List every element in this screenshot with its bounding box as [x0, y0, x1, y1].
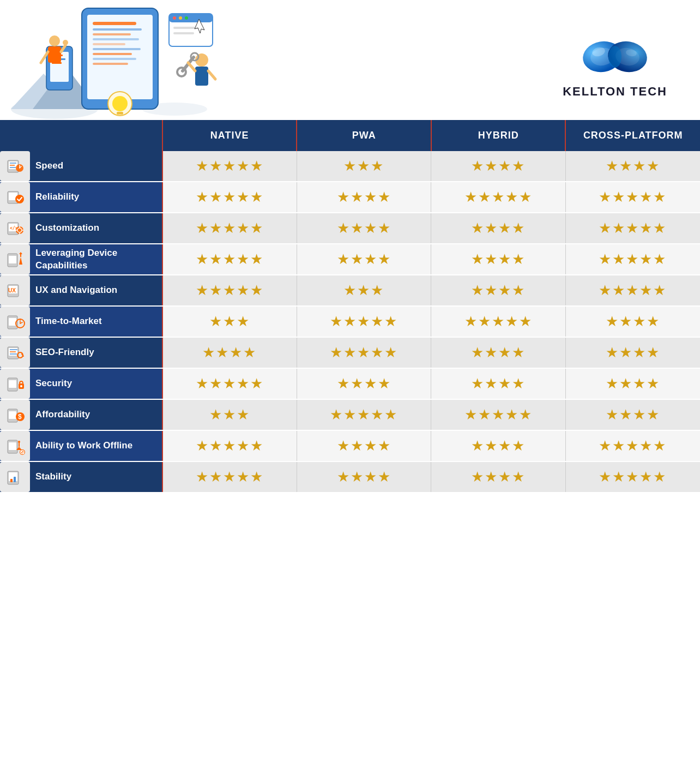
feature-icon-box: [0, 338, 30, 368]
native-rating: ★★★★★: [162, 430, 297, 461]
svg-rect-12: [93, 53, 132, 55]
feature-cell: Speed: [0, 151, 162, 182]
pwa-rating: ★★★★★: [297, 337, 431, 368]
table-row: Security ★★★★★ ★★★★ ★★★★ ★★★★: [0, 368, 700, 399]
cross-platform-column-header: CROSS-PLATFORM: [565, 120, 700, 151]
svg-line-41: [208, 71, 215, 79]
native-rating: ★★★★★: [162, 213, 297, 244]
svg-rect-13: [93, 58, 136, 60]
svg-rect-9: [93, 38, 139, 40]
svg-rect-106: [9, 442, 16, 450]
hybrid-rating: ★★★★★: [431, 399, 566, 430]
pwa-rating: ★★★★: [297, 182, 431, 213]
table-row: $ Affordability ★★★ ★★★★★ ★★★★★ ★★★★: [0, 399, 700, 430]
pwa-stars: ★★★★: [337, 189, 391, 205]
hybrid-rating: ★★★★★: [431, 306, 566, 337]
native-stars: ★★★★★: [196, 158, 264, 174]
hybrid-stars: ★★★★: [471, 158, 526, 174]
pwa-rating: ★★★★: [297, 430, 431, 461]
feature-cell: Security: [0, 368, 162, 399]
hybrid-rating: ★★★★★: [431, 182, 566, 213]
pwa-stars: ★★★★: [337, 251, 391, 267]
cross-platform-rating: ★★★★: [565, 306, 700, 337]
feature-label: Customization: [35, 222, 99, 234]
feature-cell: Leveraging Device Capabilities: [0, 244, 162, 275]
native-rating: ★★★: [162, 306, 297, 337]
native-column-header: NATIVE: [162, 120, 297, 151]
pwa-stars: ★★★★: [337, 437, 391, 454]
native-stars: ★★★: [209, 313, 250, 329]
logo-area: KELLTON TECH: [563, 11, 667, 120]
cross-platform-stars: ★★★★★: [599, 220, 667, 236]
native-rating: ★★★★★: [162, 244, 297, 275]
svg-rect-116: [10, 479, 13, 482]
feature-icon-box: UX: [0, 275, 30, 305]
feature-label: UX and Navigation: [35, 284, 117, 296]
native-stars: ★★★★★: [196, 375, 264, 392]
feature-icon-box: </>: [0, 213, 30, 243]
svg-rect-75: [9, 256, 16, 263]
table-row: </> Customization ★★★★★ ★★★★ ★★★★ ★★★★★: [0, 213, 700, 244]
page: KELLTON TECH NATIVE PWA HYBRID CROSS-PLA…: [0, 0, 700, 493]
svg-rect-5: [87, 15, 153, 99]
cross-platform-stars: ★★★★: [606, 375, 660, 392]
svg-text:$: $: [18, 413, 22, 421]
feature-label: SEO-Friendly: [35, 346, 94, 358]
svg-rect-117: [14, 477, 16, 482]
svg-rect-8: [93, 33, 131, 35]
hybrid-stars: ★★★★★: [464, 189, 533, 205]
pwa-stars: ★★★★★: [330, 406, 398, 423]
pwa-stars: ★★★★: [337, 469, 391, 485]
native-stars: ★★★: [209, 406, 250, 423]
cross-platform-rating: ★★★★★: [565, 430, 700, 461]
pwa-stars: ★★★★★: [330, 344, 398, 361]
feature-column-header: [0, 120, 162, 151]
feature-cell: Ability to Work Offline: [0, 430, 162, 461]
pwa-column-header: PWA: [297, 120, 431, 151]
cross-platform-stars: ★★★★: [606, 406, 660, 423]
pwa-rating: ★★★★★: [297, 306, 431, 337]
native-stars: ★★★★★: [196, 220, 264, 236]
logo-icon: [580, 32, 650, 81]
svg-point-30: [173, 16, 176, 20]
cross-platform-rating: ★★★★★: [565, 182, 700, 213]
hybrid-rating: ★★★★: [431, 430, 566, 461]
svg-point-16: [112, 96, 128, 111]
svg-point-31: [179, 16, 182, 20]
native-stars: ★★★★★: [196, 469, 264, 485]
feature-icon-box: [0, 307, 30, 337]
cross-platform-stars: ★★★★★: [599, 251, 667, 267]
pwa-rating: ★★★★: [297, 244, 431, 275]
svg-rect-6: [93, 22, 136, 25]
hybrid-stars: ★★★★: [471, 220, 526, 236]
native-stars: ★★★★★: [196, 282, 264, 298]
feature-label: Affordability: [35, 409, 90, 421]
table-row: Reliability ★★★★★ ★★★★ ★★★★★ ★★★★★: [0, 182, 700, 213]
native-rating: ★★★★★: [162, 275, 297, 306]
cross-platform-stars: ★★★★★: [599, 282, 667, 298]
svg-point-32: [185, 16, 188, 20]
hybrid-stars: ★★★★: [471, 282, 526, 298]
table-row: Stability ★★★★★ ★★★★ ★★★★ ★★★★★: [0, 461, 700, 493]
cross-platform-rating: ★★★★: [565, 399, 700, 430]
svg-rect-7: [93, 28, 142, 31]
illustration: [11, 3, 218, 120]
feature-label: Reliability: [35, 191, 79, 203]
cross-platform-stars: ★★★★: [606, 344, 660, 361]
hybrid-stars: ★★★★: [471, 469, 526, 485]
pwa-stars: ★★★: [343, 282, 384, 298]
native-rating: ★★★★★: [162, 151, 297, 182]
feature-icon-box: [0, 151, 30, 181]
cross-platform-rating: ★★★★: [565, 151, 700, 182]
cross-platform-stars: ★★★★: [606, 158, 660, 174]
pwa-stars: ★★★★★: [330, 313, 398, 329]
logo-text: KELLTON TECH: [563, 85, 667, 99]
hybrid-stars: ★★★★★: [464, 406, 533, 423]
cross-platform-rating: ★★★★: [565, 368, 700, 399]
comparison-table: NATIVE PWA HYBRID CROSS-PLATFORM Spee: [0, 120, 700, 493]
svg-point-27: [63, 40, 68, 45]
hybrid-stars: ★★★★: [471, 375, 526, 392]
feature-label: Stability: [35, 471, 71, 483]
pwa-rating: ★★★★: [297, 213, 431, 244]
pwa-rating: ★★★★: [297, 368, 431, 399]
